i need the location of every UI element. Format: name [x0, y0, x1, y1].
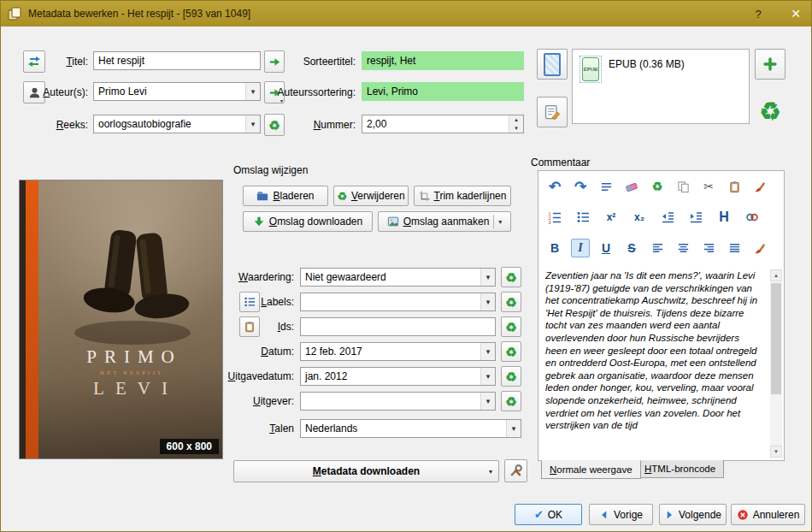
previous-button[interactable]: Vorige: [589, 504, 653, 525]
swap-title-author-button[interactable]: [23, 50, 45, 73]
chevron-down-icon[interactable]: ▾: [480, 269, 495, 286]
recycle-icon: ♻: [505, 321, 516, 334]
align-left-button[interactable]: [648, 239, 667, 257]
rating-combo[interactable]: Niet gewaardeerd ▾: [300, 268, 496, 287]
browse-cover-button[interactable]: Bladeren: [243, 186, 328, 206]
indent-button[interactable]: [686, 208, 705, 227]
chevron-down-icon[interactable]: ▾: [480, 368, 495, 385]
series-value: oorlogsautobiografie: [94, 115, 245, 133]
chevron-down-icon[interactable]: ▾: [245, 115, 260, 133]
set-cover-from-format-button[interactable]: [537, 49, 568, 80]
menu-arrow-icon[interactable]: ▾: [489, 468, 492, 476]
undo-button[interactable]: ↶: [545, 177, 564, 196]
chevron-down-icon[interactable]: ▾: [480, 393, 495, 410]
pubdate-combo[interactable]: jan. 2012 ▾: [300, 367, 496, 386]
edit-format-metadata-button[interactable]: [537, 97, 568, 127]
underline-button[interactable]: U: [597, 239, 615, 257]
insert-separator-button[interactable]: [597, 177, 615, 196]
background-color-button[interactable]: [750, 177, 769, 196]
add-format-button[interactable]: [755, 49, 786, 80]
cut-button[interactable]: ✂: [699, 177, 718, 196]
cancel-circle-icon: [737, 509, 749, 521]
spin-down-icon[interactable]: ▾: [509, 124, 523, 133]
bullet-list-button[interactable]: [574, 208, 592, 227]
manage-authors-button[interactable]: [23, 81, 45, 103]
reset-series-button[interactable]: ♻: [264, 114, 285, 136]
text-color-button[interactable]: [750, 239, 769, 257]
paste-button[interactable]: [725, 177, 744, 196]
heading-button[interactable]: H: [715, 208, 733, 227]
title-input[interactable]: [93, 51, 261, 70]
superscript-button[interactable]: x²: [602, 208, 621, 227]
strikethrough-button[interactable]: S: [622, 239, 641, 257]
tab-html-source[interactable]: HTML-broncode: [636, 460, 724, 478]
ok-button[interactable]: ✔ OK: [515, 504, 582, 525]
publisher-combo[interactable]: ▾: [300, 392, 496, 411]
check-icon: ✔: [534, 508, 544, 521]
bold-button[interactable]: B: [545, 239, 564, 257]
author-sort-label: Auteurssortering:: [278, 86, 356, 98]
scroll-up-button[interactable]: ▲: [770, 269, 782, 281]
configure-metadata-download-button[interactable]: [504, 459, 527, 482]
download-metadata-button[interactable]: Metadata downloaden ▾: [233, 460, 499, 482]
tag-editor-button[interactable]: [239, 292, 260, 312]
remove-cover-button[interactable]: ♻ Verwijderen: [333, 186, 409, 206]
languages-combo[interactable]: Nederlands ▾: [300, 419, 521, 438]
tab-normal-view[interactable]: Normale weergave: [541, 460, 641, 479]
copy-button[interactable]: [674, 177, 692, 196]
date-combo[interactable]: 12 feb. 2017 ▾: [300, 342, 496, 361]
align-right-button[interactable]: [699, 239, 718, 257]
brush-icon: [754, 180, 767, 193]
chevron-down-icon[interactable]: ▾: [245, 83, 260, 100]
cover-subtitle: HET RESPIJT: [38, 369, 222, 376]
refresh-comments-button[interactable]: ♻: [648, 177, 667, 196]
clear-formatting-button[interactable]: [622, 177, 641, 196]
trim-cover-button[interactable]: Trim kaderlijnen: [414, 186, 511, 206]
scrollbar-thumb[interactable]: [771, 283, 781, 394]
tags-combo[interactable]: ▾: [300, 293, 496, 311]
align-center-button[interactable]: [674, 239, 692, 257]
close-button[interactable]: ✕: [780, 1, 811, 27]
arrow-left-icon: [599, 510, 609, 520]
series-number-spinner[interactable]: 2,00 ▴ ▾: [362, 115, 524, 133]
authors-combo[interactable]: Primo Levi ▾: [93, 82, 261, 101]
menu-arrow-icon[interactable]: ▾: [498, 218, 502, 226]
align-justify-button[interactable]: [725, 239, 744, 257]
auto-title-sort-button[interactable]: [264, 50, 285, 73]
comments-editor[interactable]: Zeventien jaar na 'Is dit een mens?', wa…: [544, 269, 768, 458]
help-button[interactable]: ?: [743, 1, 774, 27]
chevron-down-icon[interactable]: ▾: [506, 420, 521, 437]
author-sort-field[interactable]: Levi, Primo: [362, 82, 524, 101]
spin-up-icon[interactable]: ▴: [509, 115, 523, 124]
title-label: Titel:: [66, 56, 88, 68]
reset-date-button[interactable]: ♻: [501, 341, 521, 362]
reset-tags-button[interactable]: ♻: [501, 292, 521, 312]
comments-scrollbar[interactable]: ▲ ▼: [770, 269, 782, 458]
reset-publisher-button[interactable]: ♻: [501, 391, 521, 411]
insert-link-button[interactable]: [743, 208, 762, 227]
series-combo[interactable]: oorlogsautobiografie ▾: [93, 115, 261, 133]
subscript-button[interactable]: x₂: [630, 208, 649, 227]
cancel-button[interactable]: Annuleren: [731, 504, 805, 525]
reset-ids-button[interactable]: ♻: [501, 316, 521, 337]
publisher-value: [301, 393, 480, 410]
reset-pubdate-button[interactable]: ♻: [501, 366, 521, 387]
redo-button[interactable]: ↷: [571, 177, 590, 196]
paste-identifier-button[interactable]: [239, 316, 260, 337]
remove-format-button[interactable]: ♻: [753, 95, 787, 129]
spinner-arrows[interactable]: ▴ ▾: [509, 115, 523, 133]
generate-cover-button[interactable]: Omslag aanmaken ▾: [378, 211, 511, 232]
italic-button[interactable]: I: [571, 239, 590, 257]
outdent-button[interactable]: [658, 208, 677, 227]
scroll-down-button[interactable]: ▼: [770, 446, 782, 458]
chevron-down-icon[interactable]: ▾: [480, 343, 495, 360]
download-cover-button[interactable]: Omslag downloaden: [243, 211, 373, 232]
ids-input[interactable]: [300, 317, 496, 336]
chevron-down-icon[interactable]: ▾: [480, 293, 495, 310]
format-item-epub[interactable]: EPUB EPUB (0.36 MB): [573, 50, 749, 89]
title-sort-field[interactable]: respijt, Het: [362, 51, 524, 70]
recycle-icon: ♻: [337, 191, 347, 202]
ordered-list-button[interactable]: [545, 208, 564, 227]
reset-rating-button[interactable]: ♻: [501, 267, 521, 287]
next-button[interactable]: Volgende: [659, 504, 727, 525]
